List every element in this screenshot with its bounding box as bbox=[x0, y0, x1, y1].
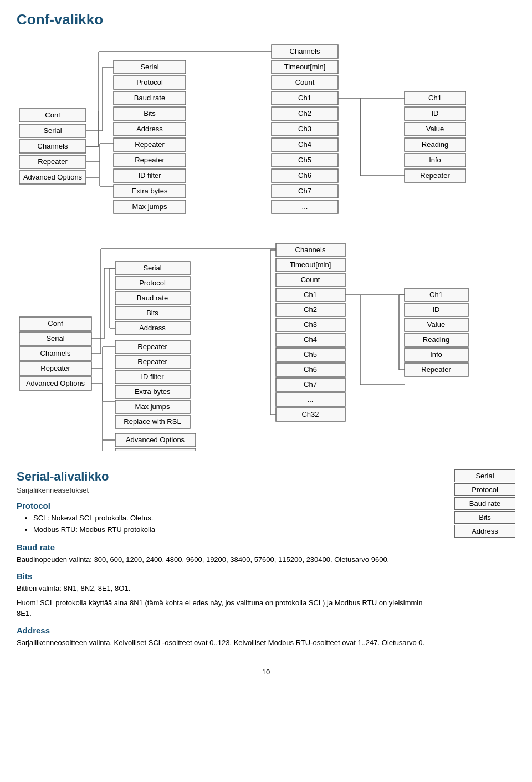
svg-text:Value: Value bbox=[427, 320, 445, 329]
serial-section: Serial-alivalikko Sarjaliikenneasetukset… bbox=[17, 469, 515, 651]
svg-text:Address: Address bbox=[136, 125, 163, 133]
svg-text:Repeater: Repeater bbox=[135, 140, 165, 149]
svg-text:Weak repeater filter: Weak repeater filter bbox=[124, 451, 187, 451]
svg-text:Address: Address bbox=[139, 324, 166, 332]
svg-text:ID: ID bbox=[432, 109, 439, 117]
svg-text:Reading: Reading bbox=[422, 140, 448, 149]
svg-text:Serial: Serial bbox=[46, 334, 64, 343]
sidebar-item-baudrate: Baud rate bbox=[454, 497, 515, 510]
protocol-list: SCL: Nokeval SCL protokolla. Oletus. Mod… bbox=[33, 513, 438, 536]
svg-text:Ch1: Ch1 bbox=[298, 94, 311, 102]
svg-text:Value: Value bbox=[426, 125, 444, 133]
svg-text:Ch3: Ch3 bbox=[304, 320, 317, 329]
svg-text:Channels: Channels bbox=[295, 246, 326, 254]
svg-text:Bits: Bits bbox=[146, 309, 158, 317]
svg-text:Ch6: Ch6 bbox=[304, 365, 317, 374]
svg-text:Advanced Options: Advanced Options bbox=[23, 173, 83, 181]
diagram-svg: Conf Serial Channels Repeater Advanced O… bbox=[17, 39, 532, 217]
svg-text:...: ... bbox=[302, 202, 308, 211]
svg-text:Timeout[min]: Timeout[min] bbox=[290, 260, 331, 269]
full-diagram-svg: Conf Serial Channels Repeater Advanced O… bbox=[17, 241, 532, 451]
sidebar-item-address: Address bbox=[454, 525, 515, 538]
baudrate-heading: Baud rate bbox=[17, 543, 438, 552]
svg-text:Channels: Channels bbox=[40, 349, 71, 357]
svg-text:Reading: Reading bbox=[423, 335, 449, 344]
svg-text:Max jumps: Max jumps bbox=[132, 202, 167, 211]
conf-menu-diagram: Conf Serial Channels Repeater Advanced O… bbox=[17, 39, 515, 218]
address-heading: Address bbox=[17, 626, 438, 635]
bits-text2: Huom! SCL protokolla käyttää aina 8N1 (t… bbox=[17, 597, 438, 619]
svg-text:Baud rate: Baud rate bbox=[134, 94, 165, 102]
svg-text:Repeater: Repeater bbox=[137, 357, 167, 366]
serial-sidebar-menu: Serial Protocol Baud rate Bits Address bbox=[454, 469, 515, 538]
svg-text:Ch7: Ch7 bbox=[298, 187, 311, 195]
svg-text:Advanced Options: Advanced Options bbox=[126, 436, 185, 444]
svg-text:Count: Count bbox=[301, 275, 320, 284]
svg-text:Ch4: Ch4 bbox=[304, 335, 317, 344]
serial-subtitle: Sarjaliikenneasetukset bbox=[17, 486, 438, 494]
svg-text:Ch1: Ch1 bbox=[428, 94, 442, 102]
svg-text:Ch1: Ch1 bbox=[304, 290, 317, 299]
address-text: Sarjaliikenneosoitteen valinta. Kelvolli… bbox=[17, 637, 438, 648]
svg-text:Repeater: Repeater bbox=[137, 343, 167, 351]
svg-text:Repeater: Repeater bbox=[421, 365, 451, 374]
svg-text:Repeater: Repeater bbox=[420, 171, 450, 180]
svg-text:...: ... bbox=[308, 395, 314, 403]
svg-text:Count: Count bbox=[295, 78, 315, 86]
svg-text:Baud rate: Baud rate bbox=[137, 294, 168, 302]
bits-heading: Bits bbox=[17, 571, 438, 581]
svg-text:ID: ID bbox=[433, 305, 440, 314]
svg-text:Serial: Serial bbox=[143, 264, 161, 272]
svg-text:Protocol: Protocol bbox=[136, 78, 163, 86]
protocol-heading: Protocol bbox=[17, 501, 438, 510]
serial-section-title: Serial-alivalikko bbox=[17, 469, 438, 484]
svg-text:Replace with RSL: Replace with RSL bbox=[124, 417, 181, 426]
svg-text:Ch5: Ch5 bbox=[304, 350, 317, 359]
serial-text-content: Serial-alivalikko Sarjaliikenneasetukset… bbox=[17, 469, 438, 651]
svg-text:Protocol: Protocol bbox=[139, 279, 166, 287]
page-title: Conf-valikko bbox=[17, 11, 515, 28]
list-item: Modbus RTU: Modbus RTU protokolla bbox=[33, 524, 438, 536]
svg-text:Extra bytes: Extra bytes bbox=[131, 187, 168, 195]
svg-text:Timeout[min]: Timeout[min] bbox=[284, 63, 326, 71]
svg-text:Repeater: Repeater bbox=[38, 157, 68, 166]
svg-text:Ch32: Ch32 bbox=[301, 410, 319, 418]
sidebar-item-protocol: Protocol bbox=[454, 483, 515, 496]
svg-text:Serial: Serial bbox=[140, 63, 158, 71]
svg-text:Conf: Conf bbox=[45, 111, 60, 119]
svg-text:Ch3: Ch3 bbox=[298, 125, 311, 133]
svg-text:Ch1: Ch1 bbox=[429, 290, 443, 299]
svg-text:Info: Info bbox=[429, 156, 441, 164]
list-item: SCL: Nokeval SCL protokolla. Oletus. bbox=[33, 513, 438, 524]
svg-text:ID filter: ID filter bbox=[141, 372, 164, 381]
svg-text:Extra bytes: Extra bytes bbox=[134, 387, 171, 396]
svg-text:Conf: Conf bbox=[48, 319, 63, 328]
page-number: 10 bbox=[17, 668, 515, 676]
svg-text:ID filter: ID filter bbox=[138, 171, 161, 180]
baudrate-text: Baudinopeuden valinta: 300, 600, 1200, 2… bbox=[17, 554, 438, 565]
svg-text:Ch5: Ch5 bbox=[298, 156, 311, 164]
bits-text1: Bittien valinta: 8N1, 8N2, 8E1, 8O1. bbox=[17, 583, 438, 594]
sidebar-item-bits: Bits bbox=[454, 511, 515, 524]
svg-text:Serial: Serial bbox=[43, 126, 62, 135]
svg-text:Info: Info bbox=[430, 350, 442, 359]
svg-text:Ch2: Ch2 bbox=[304, 305, 317, 314]
svg-text:Max jumps: Max jumps bbox=[135, 402, 170, 411]
conf-diagram-full: Conf Serial Channels Repeater Advanced O… bbox=[17, 241, 515, 453]
svg-text:Channels: Channels bbox=[38, 142, 68, 150]
sidebar-item-serial: Serial bbox=[454, 469, 515, 482]
svg-text:Ch6: Ch6 bbox=[298, 171, 311, 180]
svg-text:Channels: Channels bbox=[290, 47, 320, 55]
svg-text:Repeater: Repeater bbox=[40, 364, 70, 372]
svg-text:Ch4: Ch4 bbox=[298, 140, 311, 149]
svg-text:Repeater: Repeater bbox=[135, 156, 165, 164]
svg-text:Bits: Bits bbox=[144, 109, 156, 117]
svg-text:Ch7: Ch7 bbox=[304, 380, 317, 389]
svg-text:Ch2: Ch2 bbox=[298, 109, 311, 117]
svg-text:Advanced Options: Advanced Options bbox=[26, 379, 85, 387]
